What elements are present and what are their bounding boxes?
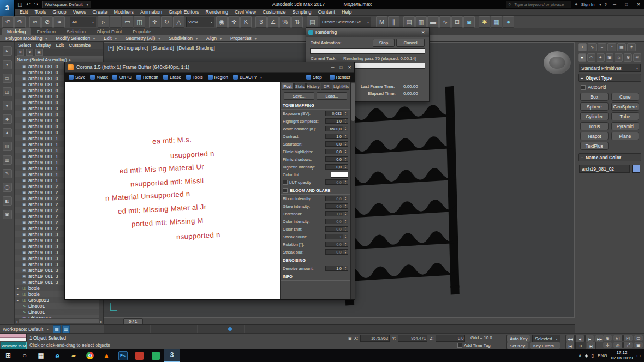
primitive-button-cylinder[interactable]: Cylinder — [580, 112, 609, 120]
menu-item-views[interactable]: Views — [70, 9, 90, 15]
menu-item-animation[interactable]: Animation — [137, 9, 165, 15]
expand-arrow-icon[interactable]: ▸ — [17, 292, 20, 296]
maximize-viewport-icon[interactable]: ⤢ — [623, 342, 633, 348]
go-to-start-button[interactable]: ◀◀ — [565, 335, 575, 342]
value-spinner[interactable]: 0,0▴▾ — [325, 242, 348, 247]
ribbon-tab-freeform[interactable]: Freeform — [32, 28, 61, 35]
spinner-arrows[interactable]: ▴▾ — [343, 266, 348, 271]
layer-explorer-toggle-icon[interactable]: ▥ — [415, 16, 427, 28]
select-by-name-icon[interactable]: ≡ — [110, 16, 121, 28]
unlink-selection-icon[interactable]: ⊘ — [41, 16, 53, 28]
explorer-pick-icon[interactable]: ▸ — [3, 46, 12, 56]
explorer-geometry-icon[interactable]: ▲ — [3, 128, 12, 137]
selection-lock-icon[interactable]: ▣ — [348, 336, 352, 341]
viewport-menu-plus[interactable]: [+] — [108, 45, 114, 51]
explorer-layers-icon[interactable]: ▥ — [3, 155, 12, 165]
ribbon-tab-populate[interactable]: Populate — [128, 28, 156, 35]
view-cube[interactable] — [544, 51, 571, 74]
maximize-icon[interactable]: □ — [339, 65, 342, 70]
coordinate-field[interactable]: 1675.963 — [360, 335, 390, 342]
value-spinner[interactable]: 0,0▴▾ — [325, 179, 348, 185]
spinner-arrows[interactable]: ▴▾ — [343, 149, 348, 154]
list-item[interactable]: ∿Line001 — [15, 303, 103, 309]
scrollbar-thumb[interactable] — [351, 83, 355, 121]
maximize-button[interactable]: □ — [622, 2, 631, 7]
create-selection-set-dropdown[interactable]: Create Selection Se▾ — [320, 17, 371, 27]
search-input[interactable] — [513, 2, 565, 8]
cp-cat-cameras[interactable]: ▣ — [606, 53, 614, 62]
value-spinner[interactable]: 0,0▴▾ — [325, 156, 348, 162]
primitive-button-tube[interactable]: Tube — [611, 112, 640, 120]
taskbar-clock[interactable]: 17:12 02.06.2019 — [611, 350, 633, 361]
close-icon[interactable]: ✕ — [348, 65, 351, 70]
zoom-region-icon[interactable]: ▭ — [634, 335, 643, 341]
tray-network-icon[interactable]: ◈ — [585, 353, 588, 358]
close-button[interactable]: ✕ — [634, 2, 643, 7]
vfb-stop-button[interactable]: Stop — [305, 74, 323, 81]
ribbon-tab-object-paint[interactable]: Object Paint — [92, 28, 127, 35]
select-and-link-icon[interactable]: ∞ — [29, 16, 41, 28]
vfb-copy-button[interactable]: Ctrl+C — [111, 74, 133, 81]
cp-cat-lights[interactable]: ✦ — [597, 53, 605, 62]
scroll-right-icon[interactable]: ▸ — [100, 319, 102, 323]
vfb-channel-dropdown[interactable]: BEAUTY▾ — [231, 74, 264, 81]
vfb-titlebar[interactable]: Corona 1.5 (hotfix 1) Frame Buffer (640x… — [65, 62, 354, 73]
vfb-region-button[interactable]: Region — [206, 74, 230, 81]
name-and-color-rollout[interactable]: − Name and Color — [578, 153, 641, 161]
lock-explorer-icon[interactable]: ▣ — [35, 49, 43, 56]
ribbon-group-properties[interactable]: Properties▾ — [230, 35, 257, 41]
render-production-icon[interactable]: ● — [503, 16, 514, 28]
explorer-edit-icon[interactable]: ✎ — [3, 169, 12, 178]
key-mode-dropdown[interactable]: Selected ▾ — [532, 335, 560, 342]
angle-snap-icon[interactable]: ∠ — [267, 16, 279, 28]
spinner-arrows[interactable]: ▴▾ — [343, 211, 348, 216]
ribbon-group-edit[interactable]: Edit▾ — [104, 35, 117, 41]
explorer-frame-icon[interactable]: ▭ — [3, 74, 12, 83]
vfb-tab-dr[interactable]: DR — [321, 83, 333, 90]
menu-item-content[interactable]: Content — [314, 9, 338, 15]
value-spinner[interactable]: 0,0▴▾ — [325, 203, 348, 209]
value-spinner[interactable]: 1,0▴▾ — [325, 266, 348, 271]
spinner-arrows[interactable]: ▴▾ — [343, 118, 348, 124]
object-color-swatch[interactable] — [632, 165, 640, 173]
spinner-arrows[interactable]: ▴▾ — [343, 249, 348, 255]
ribbon-toggle-icon[interactable]: ▬ — [427, 16, 439, 28]
primitive-button-torus[interactable]: Torus — [580, 122, 609, 130]
primitive-button-sphere[interactable]: Sphere — [580, 102, 609, 111]
selection-filter-dropdown[interactable]: All▾ — [70, 17, 96, 27]
select-object-icon[interactable]: ▹ — [98, 16, 109, 28]
primitive-button-textplus[interactable]: TextPlus — [580, 142, 609, 150]
redo-icon[interactable]: ↷ — [14, 16, 26, 28]
chrome-icon[interactable] — [82, 349, 98, 362]
maxscript-mini-listener[interactable] — [0, 334, 27, 341]
tray-expand-icon[interactable]: ∧ — [579, 353, 582, 358]
time-slider-handle[interactable]: 0 / 1 — [123, 318, 143, 325]
curve-editor-icon[interactable]: ∿ — [439, 16, 451, 28]
app-green-icon[interactable] — [147, 349, 164, 362]
menu-item-customize[interactable]: Customize — [259, 9, 289, 15]
cp-cat-helpers[interactable]: ⌂ — [615, 53, 623, 62]
sign-in-button[interactable]: Sign In — [581, 2, 595, 7]
orbit-icon[interactable]: ◎ — [613, 342, 623, 348]
primitive-category-dropdown[interactable]: Standard Primitives ▾ — [579, 64, 641, 72]
config-load-button[interactable]: Load... — [317, 92, 347, 100]
scrollbar-thumb[interactable] — [19, 319, 99, 323]
bind-to-space-warp-icon[interactable]: ≈ — [53, 16, 65, 28]
prev-frame-button[interactable]: ◀ — [575, 335, 585, 342]
workspace-label[interactable]: Workspace: Default — [3, 327, 43, 332]
save-icon[interactable]: ◫ — [16, 1, 23, 8]
scroll-left-icon[interactable]: ◂ — [16, 319, 17, 323]
explorer-box-icon[interactable]: ◫ — [3, 87, 12, 96]
redo-icon[interactable]: ↷ — [33, 1, 40, 8]
viewport-menu-pov[interactable]: [Orthographic] — [117, 45, 148, 51]
ribbon-tab-modeling[interactable]: Modeling — [2, 28, 31, 35]
spinner-arrows[interactable]: ▴▾ — [343, 196, 348, 201]
search-button[interactable]: ○ — [16, 349, 33, 362]
viewport-menu-standard[interactable]: [Standard] — [151, 45, 174, 51]
file-explorer-icon[interactable]: ▰ — [65, 349, 82, 362]
object-type-rollout[interactable]: − Object Type — [578, 74, 641, 82]
vfb-tab-post[interactable]: Post — [282, 83, 294, 90]
dialog-titlebar[interactable]: Rendering ✕ — [306, 28, 429, 37]
notification-center-button[interactable]: ▭ — [636, 353, 641, 358]
tray-volume-icon[interactable]: ▯ — [592, 353, 594, 358]
